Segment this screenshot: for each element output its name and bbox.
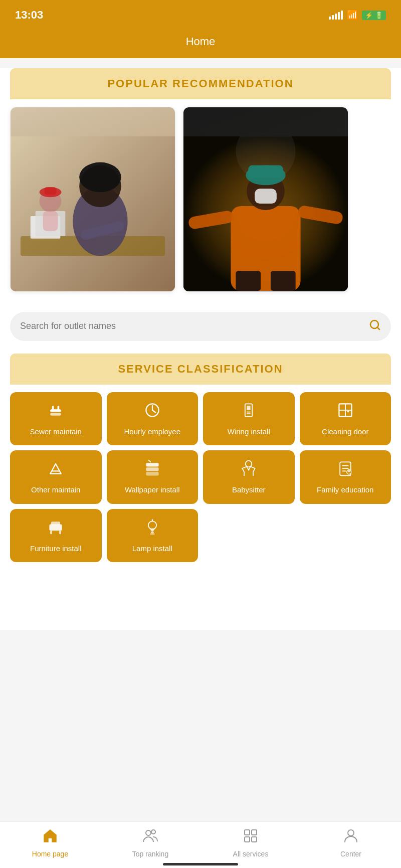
svg-rect-62 <box>150 533 154 535</box>
svg-rect-67 <box>245 837 250 842</box>
nav-center-label: Center <box>340 850 361 858</box>
page-header: Home <box>0 30 401 58</box>
service-label-babysitter: Babysitter <box>232 485 266 495</box>
svg-point-41 <box>347 410 349 412</box>
wifi-icon: 📶 <box>347 10 358 21</box>
svg-point-48 <box>246 461 252 467</box>
signal-icon <box>329 11 343 20</box>
svg-rect-12 <box>45 187 57 195</box>
search-section <box>0 299 401 354</box>
svg-rect-29 <box>58 406 60 410</box>
service-item-wallpaper[interactable]: Wallpaper install <box>107 450 198 504</box>
nav-services-label: All services <box>233 850 269 858</box>
svg-rect-58 <box>59 531 61 534</box>
status-time: 13:03 <box>15 9 43 22</box>
svg-rect-10 <box>43 211 58 231</box>
service-label-hourly: Hourly employee <box>124 427 180 437</box>
service-item-hourly[interactable]: Hourly employee <box>107 392 198 446</box>
popular-recommendation-title: POPULAR RECOMMENDATION <box>107 77 293 90</box>
svg-rect-44 <box>146 463 158 466</box>
service-item-other[interactable]: Other maintain <box>10 450 102 504</box>
services-nav-icon <box>243 828 259 847</box>
svg-rect-66 <box>252 830 257 835</box>
cleaning-icon <box>336 401 354 423</box>
svg-rect-20 <box>255 189 277 204</box>
hourly-icon <box>143 401 161 423</box>
service-label-other: Other maintain <box>31 485 80 495</box>
svg-rect-24 <box>271 271 296 291</box>
service-classification-title: SERVICE CLASSIFICATION <box>118 363 283 375</box>
center-nav-icon <box>343 828 359 847</box>
recommendation-cards[interactable]: Pao Professional Tutor <box>0 99 401 299</box>
service-item-furniture[interactable]: Furniture install <box>10 509 102 563</box>
service-label-sewer: Sewer maintain <box>30 427 82 437</box>
svg-rect-45 <box>146 467 158 471</box>
lamp-icon <box>143 518 161 540</box>
svg-rect-19 <box>248 165 283 178</box>
svg-point-69 <box>348 830 354 836</box>
nav-services[interactable]: All services <box>200 828 301 858</box>
svg-line-47 <box>149 460 151 462</box>
furniture-icon <box>47 518 65 540</box>
service-item-family[interactable]: Family education <box>300 450 391 504</box>
status-bar: 13:03 📶 ⚡ 🔋 <box>0 0 401 30</box>
nav-home[interactable]: Home page <box>0 828 100 858</box>
battery-icon: ⚡ 🔋 <box>362 11 386 20</box>
svg-rect-61 <box>151 532 153 534</box>
service-classification-section: SERVICE CLASSIFICATION Sewer maintain <box>0 354 401 570</box>
babysitter-icon <box>240 459 258 481</box>
search-bar[interactable] <box>10 312 391 341</box>
home-indicator <box>163 863 238 865</box>
status-icons: 📶 ⚡ 🔋 <box>329 10 386 21</box>
home-nav-icon <box>42 828 58 847</box>
service-item-wiring[interactable]: Wiring install <box>203 392 295 446</box>
svg-point-63 <box>146 830 151 835</box>
wiring-icon <box>240 401 258 423</box>
card-image-housekeeping <box>183 107 348 291</box>
card-image-tutor <box>11 107 175 291</box>
service-label-family: Family education <box>317 485 373 495</box>
svg-rect-27 <box>50 409 61 412</box>
card-housekeeping[interactable]: Mizuyoshi Housekeeping <box>183 107 348 292</box>
card-housekeeping-name: Mizuyoshi Housekeeping <box>183 291 348 292</box>
svg-rect-30 <box>50 413 61 415</box>
search-button[interactable] <box>369 319 381 334</box>
main-content: POPULAR RECOMMENDATION <box>0 68 401 630</box>
svg-rect-68 <box>252 837 257 842</box>
svg-rect-57 <box>50 531 52 534</box>
service-item-babysitter[interactable]: Babysitter <box>203 450 295 504</box>
service-grid: Sewer maintain Hourly employee <box>10 385 391 570</box>
service-item-lamp[interactable]: Lamp install <box>107 509 198 563</box>
svg-point-59 <box>148 521 156 529</box>
sewer-icon <box>47 401 65 423</box>
card-tutor-name: Pao Professional Tutor <box>11 291 175 292</box>
nav-ranking-label: Top ranking <box>132 850 168 858</box>
other-icon <box>47 459 65 481</box>
family-icon <box>336 459 354 481</box>
svg-rect-46 <box>146 472 158 475</box>
nav-home-label: Home page <box>32 850 68 858</box>
service-label-wallpaper: Wallpaper install <box>125 485 180 495</box>
svg-point-7 <box>79 162 121 192</box>
svg-point-64 <box>151 830 155 834</box>
service-item-sewer[interactable]: Sewer maintain <box>10 392 102 446</box>
search-input[interactable] <box>20 321 364 331</box>
service-item-cleaning[interactable]: Cleaning door <box>300 392 391 446</box>
nav-ranking[interactable]: Top ranking <box>100 828 200 858</box>
ranking-nav-icon <box>142 828 158 847</box>
svg-line-26 <box>377 327 379 329</box>
service-classification-header: SERVICE CLASSIFICATION <box>10 354 391 385</box>
card-tutor[interactable]: Pao Professional Tutor <box>10 107 175 292</box>
popular-recommendation-header: POPULAR RECOMMENDATION <box>10 68 391 99</box>
svg-rect-65 <box>245 830 250 835</box>
svg-rect-28 <box>52 406 54 410</box>
nav-center[interactable]: Center <box>301 828 401 858</box>
service-label-cleaning: Cleaning door <box>322 427 368 437</box>
svg-rect-23 <box>236 271 261 291</box>
service-label-lamp: Lamp install <box>132 544 172 554</box>
svg-rect-55 <box>50 524 62 531</box>
service-label-wiring: Wiring install <box>228 427 270 437</box>
svg-line-33 <box>152 410 155 413</box>
svg-point-54 <box>348 469 350 471</box>
page-title: Home <box>186 35 216 48</box>
